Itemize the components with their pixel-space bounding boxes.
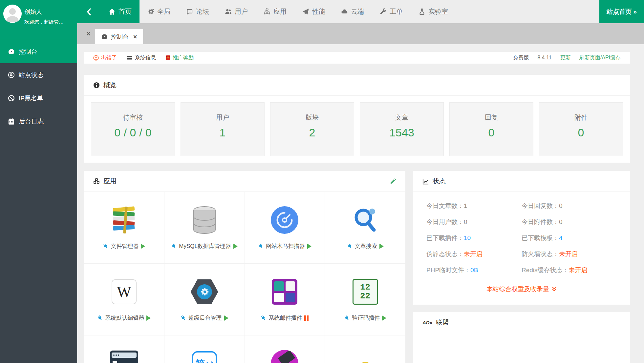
stat-card-users: 用户 1 xyxy=(181,102,265,156)
stat-label: 已下载插件： xyxy=(426,234,464,241)
app-cell-mysql-manager[interactable]: MySQL数据库管理器 xyxy=(164,192,245,264)
content-area: 出错了 系统信息 推广奖励 xyxy=(77,44,644,363)
app-cell-partial-1[interactable] xyxy=(84,335,164,363)
nav-item-lab[interactable]: 实验室 xyxy=(411,0,456,23)
app-cell-trojan-scanner[interactable]: 网站木马扫描器 xyxy=(245,192,325,264)
play-icon xyxy=(379,244,384,249)
avatar[interactable] xyxy=(3,5,22,23)
apps-grid: 文件管理器 xyxy=(84,192,405,363)
app-cell-partial-3[interactable] xyxy=(245,335,325,363)
sidebar-item-admin-logs[interactable]: 后台日志 xyxy=(0,110,77,133)
top-navbar: 首页 全局 论坛 xyxy=(77,0,644,23)
close-tab-icon[interactable]: × xyxy=(133,33,137,40)
promo-reward-link[interactable]: 推广奖励 xyxy=(166,54,194,61)
app-label: 验证码插件 xyxy=(344,314,386,322)
stat-card-attachments: 附件 0 xyxy=(539,102,623,156)
nav-item-cloud[interactable]: 云端 xyxy=(333,0,372,23)
magenta-circle-logo xyxy=(270,349,299,363)
stat-card-value: 2 xyxy=(309,126,315,139)
app-name: 验证码插件 xyxy=(352,314,380,322)
archive-books-logo xyxy=(110,206,139,234)
mail-grid-logo xyxy=(270,277,299,306)
app-cell-default-editor[interactable]: W 系统默认编辑器 xyxy=(84,264,164,335)
app-cell-captcha-plugin[interactable]: 12 22 验证 xyxy=(325,264,405,335)
plug-icon xyxy=(103,243,108,249)
nav-item-label: 论坛 xyxy=(196,7,209,16)
app-cell-article-search[interactable]: 文章搜索 xyxy=(325,192,405,264)
captcha-digits: 22 xyxy=(360,292,370,301)
edition-label: 免费版 xyxy=(513,54,529,61)
navbar-green-segment: 首页 xyxy=(77,0,140,23)
app-label: 系统邮件插件 xyxy=(261,314,309,322)
nav-item-forum[interactable]: 论坛 xyxy=(178,0,217,23)
seo-weight-link[interactable]: 本站综合权重及收录量 xyxy=(413,285,630,293)
nav-item-label: 首页 xyxy=(118,7,132,16)
overview-panel: 概览 待审核 0 / 0 / 0 用户 1 版块 2 文章 1543 xyxy=(84,75,630,163)
toolbar-left: 出错了 系统信息 推广奖励 xyxy=(93,54,194,61)
dashboard-icon xyxy=(8,48,15,55)
tab-console[interactable]: 控制台 × xyxy=(95,29,143,44)
play-icon xyxy=(146,315,151,321)
app-cell-partial-4[interactable] xyxy=(325,335,405,363)
captcha-digits-logo: 12 22 xyxy=(351,277,380,306)
play-icon xyxy=(307,244,311,249)
cloud-icon xyxy=(341,8,348,15)
nav-item-global[interactable]: 全局 xyxy=(140,0,178,23)
database-logo xyxy=(190,206,219,234)
sidebar-collapse-button[interactable] xyxy=(77,0,101,23)
nav-item-apps[interactable]: 应用 xyxy=(256,0,294,23)
app-label: 超级后台管理 xyxy=(181,314,228,322)
sidebar-menu: 控制台 站点状态 IP黑名单 xyxy=(0,40,77,133)
php-temp-files-link[interactable]: 0B xyxy=(470,267,478,273)
nav-item-users[interactable]: 用户 xyxy=(217,0,256,23)
navbar-items: 全局 论坛 用户 xyxy=(140,0,599,23)
stat-card-posts: 文章 1543 xyxy=(360,102,444,156)
site-home-button[interactable]: 站点首页 » xyxy=(599,0,644,23)
nav-item-performance[interactable]: 性能 xyxy=(294,0,333,23)
app-cell-super-admin[interactable]: 超级后台管理 xyxy=(164,264,245,335)
apps-title: 应用 xyxy=(103,177,117,186)
edit-pencil-icon[interactable] xyxy=(390,178,396,184)
scanner-gauge-logo xyxy=(270,206,299,234)
play-icon xyxy=(224,315,228,321)
system-info-link[interactable]: 系统信息 xyxy=(127,54,156,61)
stat-value: 未开启 xyxy=(559,251,578,257)
close-all-tabs-icon[interactable]: × xyxy=(82,30,95,37)
stat-row: 防火墙状态：未开启 xyxy=(522,250,617,258)
error-link[interactable]: 出错了 xyxy=(93,54,117,61)
sidebar-item-site-status[interactable]: 站点状态 xyxy=(0,63,77,87)
sidebar-item-ip-blacklist[interactable]: IP黑名单 xyxy=(0,87,77,110)
jian-arrow-logo: 简↩ xyxy=(190,349,219,363)
nav-item-label: 云端 xyxy=(351,7,364,16)
hexagon-gear-logo xyxy=(190,277,219,306)
sidebar-item-label: 后台日志 xyxy=(19,117,44,126)
status-header: 状态 xyxy=(413,171,630,192)
plug-icon xyxy=(171,243,177,249)
nav-item-tickets[interactable]: 工单 xyxy=(372,0,411,23)
editor-w-logo: W xyxy=(110,277,139,306)
alliance-header: AD» 联盟 xyxy=(413,312,630,333)
nav-item-home[interactable]: 首页 xyxy=(101,0,140,23)
downloaded-plugins-link[interactable]: 10 xyxy=(464,234,471,241)
stat-value: 0 xyxy=(464,218,467,225)
status-stats: 今日文章数：1 今日回复数：0 今日用户数：0 今日附件数：0 已下载插件：10… xyxy=(413,192,630,274)
nav-item-label: 实验室 xyxy=(428,7,448,16)
alliance-panel: AD» 联盟 xyxy=(413,312,630,363)
main-area: 首页 全局 论坛 xyxy=(77,0,644,363)
stat-value: 未开启 xyxy=(464,251,483,257)
downloaded-templates-link[interactable]: 4 xyxy=(559,234,563,241)
app-cell-mail-plugin[interactable]: 系统邮件插件 xyxy=(245,264,325,335)
version-number: 8.4.11 xyxy=(537,55,551,61)
browser-window-logo xyxy=(110,349,139,363)
refresh-cache-link[interactable]: 刷新页面/API缓存 xyxy=(579,54,621,61)
app-cell-partial-2[interactable]: 简↩ xyxy=(164,335,245,363)
error-label: 出错了 xyxy=(101,54,117,61)
user-panel: 创始人 欢迎您，超级管… xyxy=(0,0,77,40)
jian-glyph: 简↩ xyxy=(195,357,213,363)
sidebar-item-console[interactable]: 控制台 xyxy=(0,40,77,63)
gear-icon xyxy=(200,287,209,297)
app-cell-file-manager[interactable]: 文件管理器 xyxy=(84,192,164,264)
captcha-digits: 12 xyxy=(360,283,370,292)
nav-item-label: 用户 xyxy=(235,7,248,16)
update-link[interactable]: 更新 xyxy=(560,54,571,61)
